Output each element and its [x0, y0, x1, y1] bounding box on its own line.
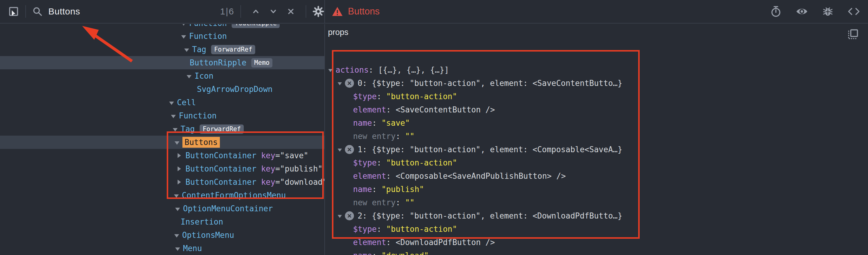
prop-field-value[interactable]: "download"	[381, 251, 429, 255]
inspect-dom-eye-icon[interactable]	[796, 7, 808, 16]
prop-row-item-2[interactable]: ✕2: {$type: "button-action", element: <D…	[326, 209, 868, 222]
clear-search-icon[interactable]	[286, 7, 296, 16]
expander-open-icon[interactable]	[184, 48, 189, 52]
tree-row-function[interactable]: FunctionTouchRipple	[0, 24, 324, 30]
tree-row-svgarrowdropdown[interactable]: SvgArrowDropDown	[0, 82, 324, 96]
tree-row-tag[interactable]: TagForwardRef	[0, 43, 324, 56]
key-attribute-name: key	[261, 178, 275, 187]
expander-open-icon[interactable]	[187, 75, 191, 78]
prop-field-value: <DownloadPdfButton />	[396, 238, 495, 247]
prop-field-key: name	[353, 185, 372, 194]
delete-entry-icon[interactable]: ✕	[345, 79, 354, 88]
component-name: OptionsMenu	[182, 230, 234, 240]
key-attribute-value: ="save"	[275, 151, 308, 160]
prop-field-key[interactable]: new entry	[353, 198, 396, 207]
prop-field-row: $type: "button-action"	[326, 156, 868, 170]
prop-field-key: element	[353, 238, 386, 247]
prop-field-value[interactable]: "publish"	[381, 185, 424, 194]
component-name: SvgArrowDropDown	[197, 85, 272, 94]
component-tree: FunctionTouchRippleFunctionTagForwardRef…	[0, 24, 325, 255]
prop-field-row: new entry: ""	[326, 196, 868, 209]
copy-props-icon[interactable]	[847, 29, 858, 40]
prop-field-row: name: "publish"	[326, 183, 868, 196]
component-name: ButtonContainer	[185, 178, 256, 187]
item-index: 1	[358, 145, 363, 154]
component-name: ButtonContainer	[185, 164, 256, 173]
prop-field-value[interactable]: "button-action"	[386, 225, 457, 233]
expander-open-icon[interactable]	[175, 208, 180, 211]
component-name: Function	[179, 111, 217, 120]
expander-open-icon[interactable]	[174, 194, 179, 198]
prop-field-value[interactable]: ""	[405, 132, 414, 141]
component-name: Tag	[192, 45, 206, 54]
view-source-code-icon[interactable]	[847, 7, 860, 16]
component-name: Function	[189, 24, 227, 28]
inspect-element-icon[interactable]	[8, 6, 19, 17]
expander-open-icon[interactable]	[175, 248, 180, 251]
item-preview: {$type: "button-action", element: <Downl…	[372, 211, 622, 220]
delete-entry-icon[interactable]: ✕	[345, 211, 354, 220]
tree-row-contentformoptionsmenu[interactable]: ContentFormOptionsMenu	[0, 189, 324, 202]
expander-open-icon[interactable]	[181, 24, 186, 26]
log-to-console-bug-icon[interactable]	[822, 6, 834, 17]
prop-field-row: $type: "button-action"	[326, 222, 868, 236]
prop-field-value[interactable]: ""	[405, 198, 414, 207]
expander-open-icon[interactable]	[174, 234, 179, 238]
delete-entry-icon[interactable]: ✕	[345, 145, 354, 154]
props-section-heading: props	[328, 28, 348, 37]
tree-row-optionmenucontainer[interactable]: OptionMenuContainer	[0, 202, 324, 215]
prop-field-value[interactable]: "button-action"	[386, 158, 457, 167]
prop-value-preview: [{…}, {…}, {…}]	[378, 65, 449, 74]
prop-field-row: new entry: ""	[326, 130, 868, 143]
expander-closed-icon[interactable]	[178, 180, 181, 184]
prop-field-value[interactable]: "save"	[381, 118, 410, 128]
expander-open-icon[interactable]	[338, 149, 342, 152]
expander-closed-icon[interactable]	[178, 167, 181, 171]
toolbar-divider	[240, 5, 241, 18]
settings-gear-icon[interactable]	[312, 5, 324, 17]
toolbar-divider	[306, 5, 306, 18]
prop-row-item-1[interactable]: ✕1: {$type: "button-action", element: <C…	[326, 143, 868, 156]
expander-open-icon[interactable]	[181, 35, 186, 39]
tree-row-insertion[interactable]: Insertion	[0, 215, 324, 228]
prop-field-key: $type	[353, 92, 377, 101]
prop-field-value[interactable]: "button-action"	[386, 92, 457, 101]
tree-row-tag[interactable]: TagForwardRef	[0, 122, 324, 136]
tree-row-buttoncontainer[interactable]: ButtonContainer key="save"	[0, 149, 324, 162]
tree-row-cell[interactable]: Cell	[0, 96, 324, 109]
tree-row-buttoncontainer[interactable]: ButtonContainer key="download"	[0, 175, 324, 189]
previous-result-button[interactable]	[251, 7, 260, 16]
prop-field-value: <Composable<SaveAndPublishButton> />	[396, 172, 566, 181]
expander-open-icon[interactable]	[175, 141, 179, 145]
tree-row-buttoncontainer[interactable]: ButtonContainer key="publish"	[0, 162, 324, 175]
expander-open-icon[interactable]	[171, 115, 176, 118]
component-badge: ForwardRef	[199, 124, 244, 134]
tree-row-buttonripple[interactable]: ButtonRippleMemo	[0, 56, 324, 69]
suspense-stopwatch-icon[interactable]	[770, 5, 782, 17]
search-input[interactable]: Buttons	[48, 6, 80, 16]
component-name: Menu	[183, 244, 202, 253]
expander-open-icon[interactable]	[328, 69, 333, 72]
tree-row-icon[interactable]: Icon	[0, 69, 324, 82]
component-badge: TouchRipple	[231, 24, 280, 28]
component-name: Insertion	[181, 217, 223, 226]
selected-component-title: Buttons	[348, 6, 380, 17]
tree-row-menu[interactable]: Menu	[0, 242, 324, 255]
prop-field-key[interactable]: new entry	[353, 132, 396, 141]
prop-key: actions	[336, 65, 369, 74]
expander-open-icon[interactable]	[169, 102, 174, 105]
expander-open-icon[interactable]	[173, 128, 178, 132]
expander-closed-icon[interactable]	[178, 153, 181, 158]
expander-open-icon[interactable]	[338, 215, 342, 218]
item-preview: {$type: "button-action", element: <SaveC…	[372, 79, 622, 88]
prop-row-item-0[interactable]: ✕0: {$type: "button-action", element: <S…	[326, 77, 868, 90]
tree-row-buttons[interactable]: Buttons	[0, 136, 324, 149]
component-name: Cell	[177, 98, 196, 107]
prop-row-actions: actions: [{…}, {…}, {…}]	[326, 63, 868, 77]
tree-row-function[interactable]: Function	[0, 30, 324, 43]
item-index: 0	[358, 79, 363, 88]
tree-row-function[interactable]: Function	[0, 109, 324, 122]
tree-row-optionsmenu[interactable]: OptionsMenu	[0, 228, 324, 242]
expander-open-icon[interactable]	[338, 82, 342, 85]
next-result-button[interactable]	[269, 7, 278, 16]
